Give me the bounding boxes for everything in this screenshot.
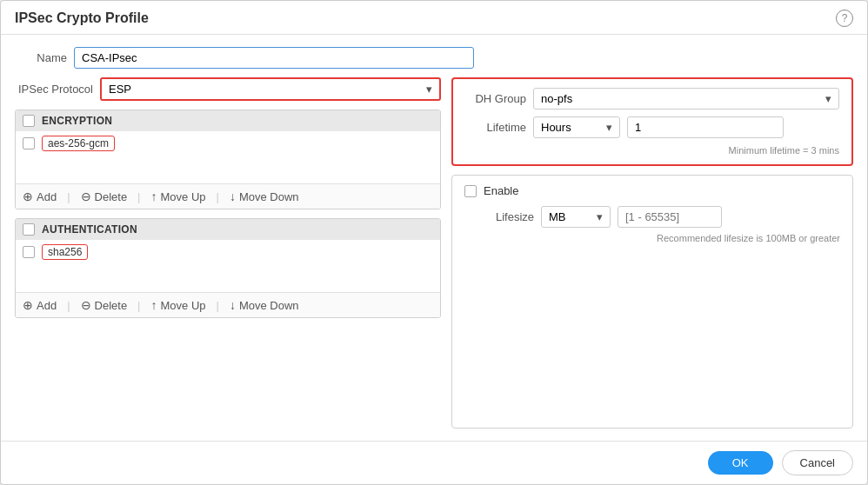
- sep4: |: [67, 299, 70, 312]
- encryption-header-checkbox[interactable]: [23, 115, 35, 127]
- authentication-toolbar: ⊕ Add | ⊖ Delete | ↑ Move Up: [16, 292, 440, 317]
- sep1: |: [67, 190, 70, 203]
- add-icon: ⊕: [23, 189, 33, 203]
- sep5: |: [137, 299, 140, 312]
- move-up-icon2: ↑: [151, 298, 157, 312]
- encryption-title: ENCRYPTION: [42, 115, 112, 127]
- lifesize-arrow-icon: ▾: [590, 210, 610, 223]
- enable-label: Enable: [484, 184, 518, 197]
- add-label2: Add: [37, 299, 57, 312]
- encryption-body: aes-256-gcm: [16, 131, 440, 183]
- move-down-icon2: ↓: [230, 298, 236, 312]
- move-up-icon: ↑: [151, 189, 157, 203]
- left-panel: IPSec Protocol ESP AH ▾ ENCRYPTION: [15, 77, 441, 429]
- enable-checkbox[interactable]: [464, 185, 477, 197]
- lifesize-unit-select[interactable]: KB MB GB TB: [542, 207, 590, 227]
- table-row: sha256: [16, 240, 440, 264]
- dialog-body: Name IPSec Protocol ESP AH ▾: [1, 35, 867, 441]
- lifetime-value-input[interactable]: [627, 116, 784, 138]
- authentication-move-up-button[interactable]: ↑ Move Up: [151, 298, 206, 312]
- protocol-label: IPSec Protocol: [15, 83, 93, 96]
- dh-group-arrow-icon: ▾: [818, 92, 838, 105]
- protocol-select[interactable]: ESP AH: [102, 79, 419, 99]
- authentication-title: AUTHENTICATION: [42, 223, 137, 236]
- dialog-header: IPSec Crypto Profile ?: [1, 1, 867, 35]
- dialog-footer: OK Cancel: [1, 441, 867, 484]
- add-icon2: ⊕: [23, 298, 33, 312]
- move-down-label: Move Down: [239, 190, 299, 203]
- name-label: Name: [15, 51, 67, 64]
- encryption-header: ENCRYPTION: [16, 110, 440, 131]
- encryption-section: ENCRYPTION aes-256-gcm ⊕ Add |: [15, 110, 441, 209]
- encryption-move-up-button[interactable]: ↑ Move Up: [151, 189, 206, 203]
- enable-section: Enable Lifesize KB MB GB TB ▾: [451, 175, 853, 429]
- delete-icon2: ⊖: [81, 298, 91, 312]
- lifesize-unit-wrapper: KB MB GB TB ▾: [541, 206, 611, 228]
- enable-header: Enable: [464, 184, 840, 197]
- authentication-delete-button[interactable]: ⊖ Delete: [81, 298, 128, 312]
- lifetime-label: Lifetime: [465, 121, 526, 134]
- lifesize-value-input[interactable]: [618, 206, 722, 228]
- move-down-label2: Move Down: [239, 299, 299, 312]
- authentication-item-checkbox[interactable]: [23, 246, 35, 258]
- dh-lifetime-section: DH Group no-pfs group1 group2 group5 gro…: [451, 77, 853, 166]
- lifetime-row: Lifetime Seconds Minutes Hours Days ▾: [465, 116, 839, 138]
- protocol-row: IPSec Protocol ESP AH ▾: [15, 77, 441, 101]
- dh-group-select[interactable]: no-pfs group1 group2 group5 group14 grou…: [534, 89, 818, 109]
- recommended-note: Recommended lifesize is 100MB or greater: [464, 233, 840, 243]
- delete-icon: ⊖: [81, 189, 91, 203]
- authentication-item-label: sha256: [42, 244, 88, 260]
- authentication-move-down-button[interactable]: ↓ Move Down: [230, 298, 299, 312]
- name-row: Name: [15, 47, 853, 69]
- encryption-delete-button[interactable]: ⊖ Delete: [81, 189, 128, 203]
- main-content: IPSec Protocol ESP AH ▾ ENCRYPTION: [15, 77, 853, 429]
- ok-button[interactable]: OK: [708, 451, 773, 475]
- authentication-header: AUTHENTICATION: [16, 219, 440, 240]
- min-lifetime-note: Minimum lifetime = 3 mins: [465, 145, 839, 156]
- lifesize-label: Lifesize: [482, 210, 534, 223]
- right-panel: DH Group no-pfs group1 group2 group5 gro…: [451, 77, 853, 429]
- protocol-select-wrapper: ESP AH ▾: [100, 77, 441, 101]
- delete-label2: Delete: [95, 299, 128, 312]
- dh-group-select-wrapper: no-pfs group1 group2 group5 group14 grou…: [533, 88, 839, 110]
- cancel-button[interactable]: Cancel: [782, 450, 853, 475]
- move-up-label2: Move Up: [161, 299, 206, 312]
- help-icon[interactable]: ?: [836, 10, 853, 27]
- authentication-add-button[interactable]: ⊕ Add: [23, 298, 57, 312]
- dh-group-row: DH Group no-pfs group1 group2 group5 gro…: [465, 88, 839, 110]
- sep3: |: [217, 190, 219, 203]
- authentication-body: sha256: [16, 240, 440, 292]
- ipsec-crypto-profile-dialog: IPSec Crypto Profile ? Name IPSec Protoc…: [0, 0, 868, 485]
- lifetime-unit-select[interactable]: Seconds Minutes Hours Days: [534, 117, 599, 137]
- move-up-label: Move Up: [161, 190, 206, 203]
- encryption-item-label: aes-256-gcm: [42, 136, 115, 151]
- dialog-title: IPSec Crypto Profile: [15, 10, 149, 26]
- authentication-header-checkbox[interactable]: [23, 223, 35, 236]
- delete-label: Delete: [95, 190, 128, 203]
- sep2: |: [137, 190, 140, 203]
- lifesize-row: Lifesize KB MB GB TB ▾: [464, 206, 840, 228]
- move-down-icon: ↓: [230, 189, 236, 203]
- encryption-toolbar: ⊕ Add | ⊖ Delete | ↑ Move Up: [16, 183, 440, 209]
- sep6: |: [217, 299, 219, 312]
- encryption-add-button[interactable]: ⊕ Add: [23, 189, 57, 203]
- authentication-section: AUTHENTICATION sha256 ⊕ Add |: [15, 218, 441, 318]
- name-input[interactable]: [74, 47, 474, 69]
- lifetime-unit-wrapper: Seconds Minutes Hours Days ▾: [533, 116, 620, 138]
- protocol-arrow-icon: ▾: [419, 83, 439, 96]
- table-row: aes-256-gcm: [16, 131, 440, 156]
- add-label: Add: [37, 190, 57, 203]
- encryption-item-checkbox[interactable]: [23, 137, 35, 149]
- encryption-move-down-button[interactable]: ↓ Move Down: [230, 189, 299, 203]
- lifetime-arrow-icon: ▾: [599, 121, 619, 134]
- dh-group-label: DH Group: [465, 92, 526, 105]
